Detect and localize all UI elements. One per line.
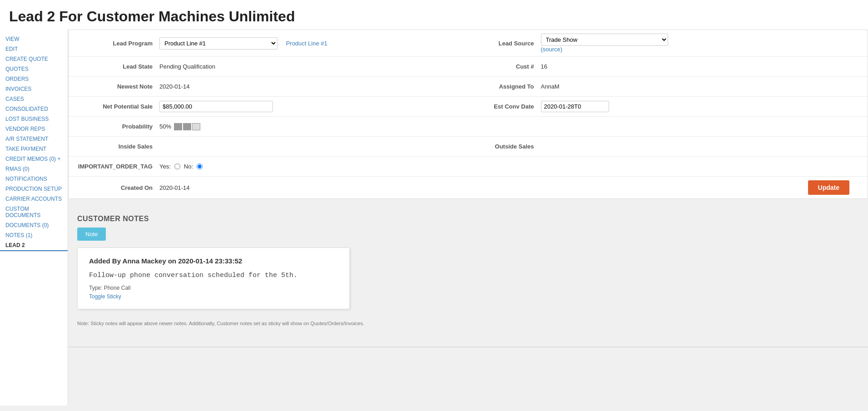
- lead-source-label: Lead Source: [468, 40, 541, 47]
- prob-seg-1: [174, 123, 182, 130]
- lead-program-label: Lead Program: [78, 40, 159, 47]
- note-button[interactable]: Note: [77, 228, 106, 241]
- note-header: Added By Anna Mackey on 2020-01-14 23:33…: [89, 257, 338, 265]
- sidebar-item-notes[interactable]: NOTES (1): [0, 230, 68, 240]
- probability-value: 50%: [159, 123, 171, 130]
- no-label: No:: [184, 163, 193, 170]
- sidebar-item-lead2[interactable]: LEAD 2: [0, 240, 68, 251]
- update-button[interactable]: Update: [808, 180, 849, 195]
- probability-bar: [174, 123, 200, 130]
- important-order-label: IMPORTANT_ORDER_TAG: [78, 163, 159, 170]
- sidebar-item-orders[interactable]: ORDERS: [0, 74, 68, 84]
- created-on-value: 2020-01-14: [159, 184, 464, 191]
- newest-note-label: Newest Note: [78, 83, 159, 90]
- lead-source-value: Trade Show (source): [541, 34, 859, 53]
- net-potential-label: Net Potential Sale: [78, 103, 159, 110]
- probability-controls: 50%: [159, 123, 200, 130]
- update-btn-half: Update: [464, 180, 859, 195]
- important-order-row: IMPORTANT_ORDER_TAG Yes: No:: [69, 157, 868, 177]
- outside-sales-half: Outside Sales: [468, 143, 859, 150]
- newest-note-row: Newest Note 2020-01-14 Assigned To AnnaM: [69, 77, 868, 97]
- yes-radio[interactable]: [174, 163, 180, 169]
- customer-notes-section: CUSTOMER NOTES Note Added By Anna Mackey…: [68, 208, 868, 342]
- net-potential-half: Net Potential Sale: [78, 101, 468, 112]
- footer-note: Note: Sticky notes will appear above new…: [68, 314, 868, 333]
- est-conv-label: Est Conv Date: [468, 103, 541, 110]
- important-order-half: IMPORTANT_ORDER_TAG Yes: No:: [78, 163, 468, 170]
- probability-row: Probability 50%: [69, 117, 868, 137]
- lead-program-half: Lead Program Product Line #1 Product Lin…: [78, 37, 468, 50]
- form-section: Lead Program Product Line #1 Product Lin…: [68, 30, 868, 199]
- inside-sales-label: Inside Sales: [78, 143, 159, 150]
- sidebar-item-invoices[interactable]: INVOICES: [0, 84, 68, 94]
- lead-state-value: Pending Qualification: [159, 63, 468, 70]
- sidebar-item-notifications[interactable]: NOTIFICATIONS: [0, 174, 68, 184]
- note-body: Follow-up phone conversation scheduled f…: [89, 272, 338, 279]
- lead-state-label: Lead State: [78, 63, 159, 70]
- sidebar-item-production-setup[interactable]: PRODUCTION SETUP: [0, 184, 68, 194]
- sidebar-item-edit[interactable]: EDIT: [0, 44, 68, 54]
- important-order-radios: Yes: No:: [159, 163, 203, 170]
- net-potential-row: Net Potential Sale Est Conv Date: [69, 97, 868, 117]
- inside-sales-half: Inside Sales: [78, 143, 468, 150]
- cust-num-label: Cust #: [468, 63, 541, 70]
- no-radio[interactable]: [197, 163, 203, 169]
- sidebar-item-quotes[interactable]: QUOTES: [0, 64, 68, 74]
- probability-half: Probability 50%: [78, 123, 468, 130]
- lead-program-value: Product Line #1 Product Line #1: [159, 37, 468, 50]
- note-type: Type: Phone Call: [89, 285, 338, 291]
- lead-source-select[interactable]: Trade Show: [541, 34, 668, 46]
- lead-program-row: Lead Program Product Line #1 Product Lin…: [69, 30, 868, 57]
- newest-note-half: Newest Note 2020-01-14: [78, 83, 468, 90]
- sidebar-item-lost-business[interactable]: LOST BUSINESS: [0, 114, 68, 124]
- sidebar-item-documents[interactable]: DOCUMENTS (0): [0, 220, 68, 230]
- prob-seg-2: [183, 123, 191, 130]
- sidebar-item-create-quote[interactable]: CREATE QUOTE: [0, 54, 68, 64]
- lead-source-half: Lead Source Trade Show (source): [468, 34, 859, 53]
- lead-state-row: Lead State Pending Qualification Cust # …: [69, 57, 868, 77]
- sidebar-item-rmas[interactable]: RMAS (0): [0, 164, 68, 174]
- product-line-link[interactable]: Product Line #1: [286, 40, 327, 47]
- assigned-to-label: Assigned To: [468, 83, 541, 90]
- sidebar-item-cases[interactable]: CASES: [0, 94, 68, 104]
- customer-notes-title: CUSTOMER NOTES: [68, 208, 868, 228]
- sidebar-item-carrier-accounts[interactable]: CARRIER ACCOUNTS: [0, 194, 68, 204]
- main-content: Lead Program Product Line #1 Product Lin…: [68, 30, 868, 406]
- prob-seg-3: [192, 123, 200, 130]
- sidebar-item-ar-statement[interactable]: A/R STATEMENT: [0, 134, 68, 144]
- note-card: Added By Anna Mackey on 2020-01-14 23:33…: [77, 248, 350, 309]
- probability-label: Probability: [78, 123, 159, 130]
- toggle-sticky-link[interactable]: Toggle Sticky: [89, 293, 121, 300]
- sidebar-item-vendor-reps[interactable]: VENDOR REPS: [0, 124, 68, 134]
- sidebar-item-take-payment[interactable]: TAKE PAYMENT: [0, 144, 68, 154]
- sidebar-item-view[interactable]: VIEW: [0, 34, 68, 44]
- created-on-half: Created On 2020-01-14: [78, 184, 464, 191]
- assigned-to-half: Assigned To AnnaM: [468, 83, 859, 90]
- sidebar-item-credit-memos[interactable]: CREDIT MEMOS (0) +: [0, 154, 68, 164]
- sidebar-item-consolidated[interactable]: CONSOLIDATED: [0, 104, 68, 114]
- net-potential-input[interactable]: [159, 101, 273, 112]
- source-link[interactable]: (source): [541, 46, 859, 53]
- created-on-row: Created On 2020-01-14 Update: [69, 177, 868, 198]
- yes-label: Yes:: [159, 163, 171, 170]
- lead-program-select[interactable]: Product Line #1: [159, 37, 278, 50]
- created-on-label: Created On: [78, 184, 159, 191]
- est-conv-input[interactable]: [541, 101, 609, 112]
- cust-num-half: Cust # 16: [468, 63, 859, 70]
- outside-sales-label: Outside Sales: [468, 143, 541, 150]
- lead-state-half: Lead State Pending Qualification: [78, 63, 468, 70]
- bottom-divider: [68, 347, 868, 347]
- sales-row: Inside Sales Outside Sales: [69, 137, 868, 157]
- page-title: Lead 2 For Customer Machines Unlimited: [0, 0, 868, 30]
- est-conv-half: Est Conv Date: [468, 101, 859, 112]
- cust-num-value: 16: [541, 63, 859, 70]
- sidebar: VIEW EDIT CREATE QUOTE QUOTES ORDERS INV…: [0, 30, 68, 406]
- newest-note-value: 2020-01-14: [159, 83, 468, 90]
- assigned-to-value: AnnaM: [541, 83, 859, 90]
- sidebar-item-custom-documents[interactable]: CUSTOM DOCUMENTS: [0, 204, 68, 220]
